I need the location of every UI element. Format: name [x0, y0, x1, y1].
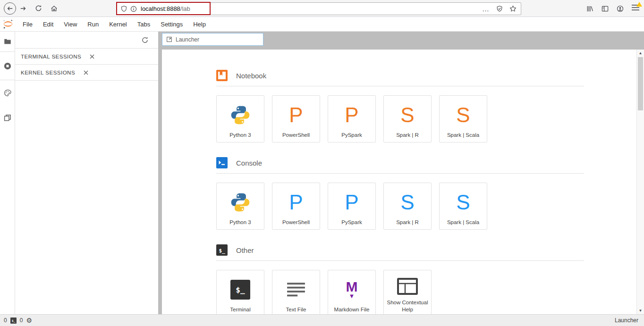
- terminal-icon: $_: [217, 270, 264, 306]
- main-dock-panel: Launcher Notebook: [158, 32, 644, 314]
- back-button[interactable]: [4, 2, 16, 15]
- sidebars-icon[interactable]: [602, 5, 609, 12]
- jupyter-logo: [2, 18, 14, 30]
- card-console-python3[interactable]: Python 3: [216, 183, 264, 230]
- forward-arrow-icon: [20, 5, 26, 12]
- library-icon[interactable]: [586, 5, 593, 12]
- kernel-letter-icon: S: [456, 192, 470, 213]
- contextual-help-icon: [384, 270, 431, 299]
- card-terminal[interactable]: $_ Terminal: [216, 270, 264, 314]
- card-label: Terminal: [217, 306, 264, 314]
- launcher-panel: Notebook Python 3 P: [162, 50, 636, 314]
- tabs-icon: [3, 114, 12, 122]
- svg-text:$_: $_: [219, 248, 225, 254]
- sessions-toolbar: [15, 32, 158, 49]
- section-title-console: Console: [236, 159, 262, 167]
- card-label: PowerShell: [272, 132, 320, 142]
- kernel-sessions-label: KERNEL SESSIONS: [21, 70, 75, 75]
- svg-text:$_: $_: [236, 285, 245, 294]
- kernel-sessions-header[interactable]: KERNEL SESSIONS: [15, 65, 158, 81]
- tab-launcher[interactable]: Launcher: [162, 33, 263, 46]
- terminal-section-icon: $_: [216, 244, 228, 256]
- kernels-count: 0: [20, 317, 23, 324]
- browser-toolbar: localhost:8888/lab …: [0, 0, 644, 17]
- tab-open-tabs[interactable]: [0, 105, 15, 130]
- scroll-up-icon[interactable]: ▲: [637, 51, 644, 55]
- main-scrollbar[interactable]: ▲ ▼: [636, 50, 644, 314]
- palette-icon: [3, 89, 12, 97]
- url-text[interactable]: localhost:8888/lab: [141, 5, 190, 12]
- card-notebook-spark-r[interactable]: S Spark | R: [383, 95, 432, 142]
- card-label: PySpark: [328, 219, 375, 229]
- menu-kernel[interactable]: Kernel: [104, 17, 132, 32]
- card-console-spark-scala[interactable]: S Spark | Scala: [439, 183, 487, 230]
- reload-button[interactable]: [35, 5, 42, 12]
- tab-running-sessions[interactable]: [0, 52, 15, 80]
- python-logo-icon: [217, 183, 264, 219]
- card-label: Spark | Scala: [440, 132, 487, 142]
- card-label: Text File: [272, 306, 320, 314]
- running-sessions-panel: TERMINAL SESSIONS KERNEL SESSIONS: [15, 32, 158, 314]
- folder-icon: [3, 37, 12, 46]
- running-sessions-indicator[interactable]: 0 $_ 0 ⚙: [4, 317, 32, 324]
- card-label: PowerShell: [272, 219, 320, 229]
- card-label: Show Contextual Help: [384, 299, 431, 314]
- card-notebook-powershell[interactable]: P PowerShell: [272, 95, 320, 142]
- account-icon[interactable]: [617, 5, 624, 12]
- card-console-powershell[interactable]: P PowerShell: [272, 183, 320, 230]
- site-info-icon[interactable]: [130, 6, 137, 12]
- activity-bar: [0, 32, 15, 314]
- tab-command-palette[interactable]: [0, 80, 15, 105]
- card-notebook-pyspark[interactable]: P PySpark: [328, 95, 376, 142]
- jupyterlab-menubar: File Edit View Run Kernel Tabs Settings …: [0, 17, 644, 32]
- status-bar: 0 $_ 0 ⚙ Launcher: [0, 314, 644, 326]
- card-console-pyspark[interactable]: P PySpark: [328, 183, 376, 230]
- card-label: PySpark: [328, 132, 375, 142]
- card-markdown-file[interactable]: M▼ Markdown File: [328, 270, 376, 314]
- home-button[interactable]: [51, 5, 58, 12]
- launcher-tab-icon: [166, 36, 172, 42]
- menu-settings[interactable]: Settings: [155, 17, 188, 32]
- menu-view[interactable]: View: [59, 17, 82, 32]
- menu-file[interactable]: File: [17, 17, 38, 32]
- kernel-letter-icon: S: [456, 105, 470, 125]
- card-notebook-python3[interactable]: Python 3: [216, 95, 264, 142]
- terminal-sessions-header[interactable]: TERMINAL SESSIONS: [15, 49, 158, 65]
- console-icon: [216, 157, 228, 168]
- section-divider: [216, 260, 584, 261]
- card-console-spark-r[interactable]: S Spark | R: [383, 183, 432, 230]
- scrollbar-thumb[interactable]: [638, 57, 643, 110]
- scroll-down-icon[interactable]: ▼: [637, 309, 644, 313]
- markdown-icon: M▼: [328, 270, 375, 306]
- url-path: /lab: [180, 5, 190, 12]
- kernel-sessions-close-icon[interactable]: [84, 70, 88, 75]
- home-icon: [51, 5, 58, 12]
- kernel-status-icon: ⚙: [26, 317, 32, 324]
- forward-button[interactable]: [20, 5, 26, 12]
- terminal-sessions-close-icon[interactable]: [90, 54, 94, 59]
- tab-file-browser[interactable]: [0, 32, 15, 52]
- bookmark-star-icon[interactable]: [509, 5, 517, 12]
- bookmark-shield-icon[interactable]: [496, 5, 503, 12]
- url-bar[interactable]: localhost:8888/lab …: [116, 2, 521, 15]
- menu-edit[interactable]: Edit: [38, 17, 59, 32]
- section-title-other: Other: [236, 246, 254, 254]
- refresh-icon[interactable]: [141, 36, 149, 44]
- main-tab-bar: Launcher: [158, 32, 644, 46]
- section-divider: [216, 173, 584, 174]
- card-show-contextual-help[interactable]: Show Contextual Help: [383, 270, 432, 314]
- card-notebook-spark-scala[interactable]: S Spark | Scala: [439, 95, 487, 142]
- tab-launcher-label: Launcher: [176, 36, 199, 43]
- menu-run[interactable]: Run: [82, 17, 104, 32]
- page-actions-icon[interactable]: …: [482, 5, 490, 13]
- kernel-letter-icon: P: [289, 105, 303, 125]
- menu-button[interactable]: [632, 4, 639, 13]
- menu-help[interactable]: Help: [188, 17, 211, 32]
- browser-window: localhost:8888/lab …: [0, 0, 644, 326]
- python-logo-icon: [217, 96, 264, 132]
- kernel-letter-icon: S: [400, 105, 414, 125]
- kernel-letter-icon: P: [289, 192, 303, 213]
- card-text-file[interactable]: Text File: [272, 270, 320, 314]
- terminal-status-icon: $_: [10, 318, 17, 324]
- menu-tabs[interactable]: Tabs: [132, 17, 155, 32]
